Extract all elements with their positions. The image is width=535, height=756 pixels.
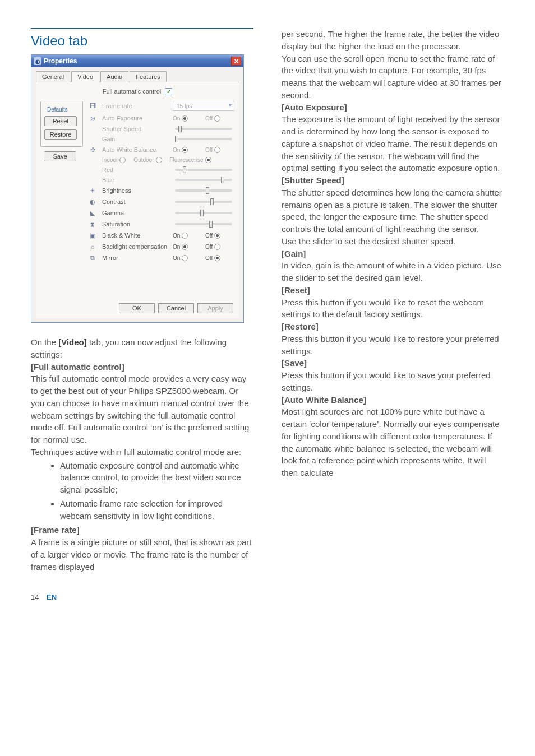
bw-on[interactable]: [182, 233, 188, 239]
wb-outdoor[interactable]: [156, 157, 162, 163]
auto-exposure-on[interactable]: [182, 115, 188, 122]
ss-para: The shutter speed determines how long th…: [282, 187, 504, 235]
tab-video[interactable]: Video: [71, 71, 99, 82]
fr-para: A frame is a single picture or still sho…: [31, 536, 253, 573]
saturation-label: Saturation: [102, 221, 169, 228]
contrast-label: Contrast: [102, 198, 169, 205]
brightness-icon: ☀: [89, 187, 96, 194]
red-label: Red: [102, 166, 169, 173]
tab-audio[interactable]: Audio: [100, 71, 128, 82]
reset-button[interactable]: Reset: [44, 116, 77, 126]
titlebar-text: Properties: [44, 57, 77, 65]
bw-icon: ▣: [89, 231, 96, 239]
restore-button[interactable]: Restore: [44, 129, 77, 140]
frame-rate-select[interactable]: 15 fps: [173, 101, 234, 111]
bw-label: Black & White: [102, 232, 169, 239]
backlight-label: Backlight compensation: [102, 243, 169, 250]
awb-on[interactable]: [182, 147, 188, 153]
fr-heading: [Frame rate]: [31, 524, 253, 536]
fr-para2: You can use the scroll open menu to set …: [282, 53, 504, 101]
app-icon: ◐: [34, 57, 41, 65]
backlight-on[interactable]: [182, 244, 188, 250]
bw-off[interactable]: [214, 233, 220, 239]
lang-label: EN: [47, 593, 57, 601]
fr-cont: per second. The higher the frame rate, t…: [282, 28, 504, 53]
awb-para: Most light sources are not 100% pure whi…: [282, 406, 504, 479]
apply-button[interactable]: Apply: [197, 303, 233, 313]
fac-li2: Automatic frame rate selection for impro…: [60, 498, 253, 522]
cancel-button[interactable]: Cancel: [158, 303, 194, 313]
re-heading: [Restore]: [282, 321, 504, 333]
frame-rate-label: Frame rate: [102, 103, 169, 109]
s-para: Press this button if you would like to s…: [282, 369, 504, 394]
brightness-slider[interactable]: [175, 189, 232, 192]
re-para: Press this button if you would like to r…: [282, 333, 504, 358]
tab-features[interactable]: Features: [130, 71, 166, 82]
contrast-icon: ◐: [89, 198, 96, 206]
shutter-label: Shutter Speed: [102, 126, 169, 132]
wb-indoor[interactable]: [119, 157, 126, 163]
full-auto-checkbox[interactable]: ✓: [165, 88, 172, 95]
fac-para: This full automatic control mode provide…: [31, 373, 253, 446]
mirror-label: Mirror: [102, 254, 169, 261]
s-heading: [Save]: [282, 357, 504, 369]
g-heading: [Gain]: [282, 248, 504, 260]
g-para: In video, gain is the amount of white in…: [282, 259, 504, 284]
titlebar: ◐ Properties ✕: [31, 55, 243, 67]
awb-label: Auto White Balance: [102, 146, 169, 153]
gamma-slider[interactable]: [175, 212, 232, 214]
saturation-slider[interactable]: [175, 223, 232, 225]
film-icon: 🎞: [89, 102, 96, 110]
backlight-off[interactable]: [214, 244, 220, 250]
backlight-icon: ☼: [89, 243, 96, 251]
fac-techniques: Techniques active within full automatic …: [31, 446, 253, 458]
blue-slider[interactable]: [175, 179, 232, 181]
auto-exposure-label: Auto Exposure: [102, 115, 169, 122]
mirror-off[interactable]: [214, 255, 220, 261]
gain-slider[interactable]: [175, 138, 232, 140]
full-auto-label: Full automatic control: [103, 88, 162, 95]
tab-general[interactable]: General: [36, 71, 70, 82]
properties-dialog: ◐ Properties ✕ General Video Audio Featu…: [31, 54, 244, 323]
page-number: 14: [31, 593, 39, 601]
gamma-icon: ◣: [89, 209, 96, 217]
blue-label: Blue: [102, 177, 169, 183]
close-icon[interactable]: ✕: [231, 57, 241, 66]
red-slider[interactable]: [175, 169, 232, 171]
gain-label: Gain: [102, 136, 169, 142]
defaults-legend: Defaults: [45, 106, 70, 113]
fac-li1: Automatic exposure control and automatic…: [60, 460, 253, 496]
ae-heading: [Auto Exposure]: [282, 101, 504, 114]
tabstrip: General Video Audio Features: [36, 71, 239, 82]
ok-button[interactable]: OK: [119, 303, 155, 313]
gamma-label: Gamma: [102, 210, 169, 216]
contrast-slider[interactable]: [175, 201, 232, 203]
heading-video-tab: Video tab: [31, 28, 253, 49]
wb-fluor[interactable]: [205, 157, 211, 163]
saturation-icon: ⧗: [89, 220, 96, 228]
aperture-icon: ⊛: [89, 114, 96, 122]
ss-heading: [Shutter Speed]: [282, 174, 504, 187]
save-button[interactable]: Save: [44, 151, 76, 161]
auto-exposure-off[interactable]: [214, 115, 220, 122]
shutter-slider[interactable]: [175, 128, 232, 130]
ss-para2: Use the slider to set the desired shutte…: [282, 235, 504, 248]
awb-heading: [Auto White Balance]: [282, 394, 504, 406]
ae-para: The exposure is the amount of light rece…: [282, 113, 504, 174]
mirror-icon: ⧉: [89, 254, 96, 262]
fac-heading: [Full automatic control]: [31, 361, 253, 373]
r-heading: [Reset]: [282, 284, 504, 296]
brightness-label: Brightness: [102, 187, 169, 194]
wb-icon: ✣: [89, 146, 96, 154]
left-intro: On the [Video] tab, you can now adjust t…: [31, 336, 253, 361]
r-para: Press this button if you would like to r…: [282, 296, 504, 321]
page-footer: 14 EN: [31, 593, 504, 601]
mirror-on[interactable]: [182, 255, 188, 261]
awb-off[interactable]: [214, 147, 220, 153]
